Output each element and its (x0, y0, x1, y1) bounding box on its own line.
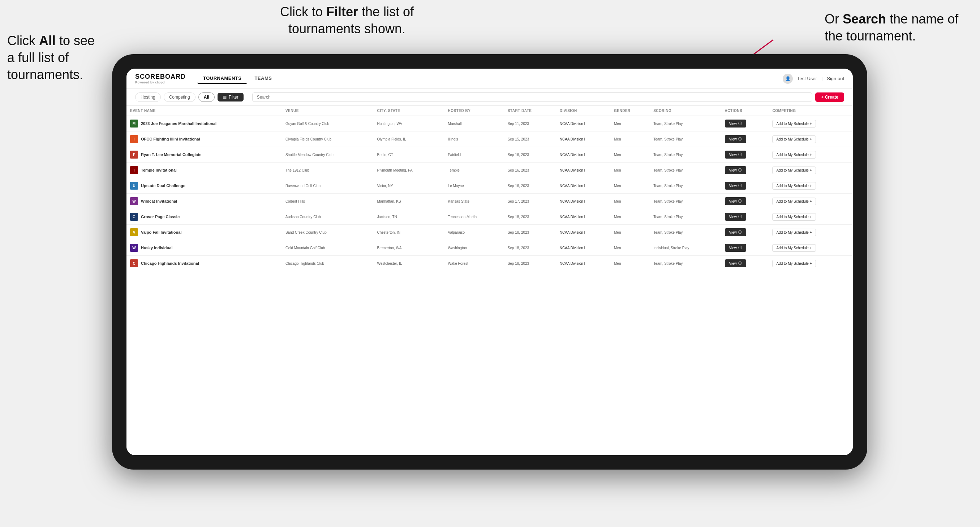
view-button-5[interactable]: View ⓘ (725, 197, 746, 205)
tablet-screen: SCOREBOARD Powered by clippd TOURNAMENTS… (126, 68, 853, 455)
view-button-6[interactable]: View ⓘ (725, 213, 746, 221)
scoring-cell-0: Team, Stroke Play (650, 116, 721, 132)
start-date-cell-8: Sep 18, 2023 (504, 240, 556, 256)
venue-cell-2: Shuttle Meadow Country Club (282, 147, 374, 162)
add-schedule-button-6[interactable]: Add to My Schedule + (772, 213, 816, 221)
hosted-by-cell-2: Fairfield (444, 147, 504, 162)
gender-cell-7: Men (610, 225, 650, 240)
separator: | (821, 76, 822, 81)
competing-cell-7: Add to My Schedule + (768, 225, 853, 240)
view-icon-8: ⓘ (738, 245, 742, 250)
view-icon-4: ⓘ (738, 183, 742, 188)
hosted-by-cell-7: Valparaiso (444, 225, 504, 240)
annotation-right: Or Search the name of the tournament. (825, 11, 969, 45)
view-button-9[interactable]: View ⓘ (725, 259, 746, 267)
view-icon-5: ⓘ (738, 198, 742, 204)
create-button[interactable]: + Create (815, 92, 844, 102)
logo-title: SCOREBOARD (135, 73, 186, 81)
start-date-cell-3: Sep 16, 2023 (504, 162, 556, 178)
table-body: M 2023 Joe Feaganes Marshall Invitationa… (126, 116, 853, 271)
add-schedule-button-7[interactable]: Add to My Schedule + (772, 229, 816, 236)
table-row: I OFCC Fighting Illini Invitational Olym… (126, 132, 853, 147)
view-button-4[interactable]: View ⓘ (725, 182, 746, 190)
start-date-cell-9: Sep 18, 2023 (504, 256, 556, 271)
table-row: M 2023 Joe Feaganes Marshall Invitationa… (126, 116, 853, 132)
event-name-text-7: Valpo Fall Invitational (141, 230, 181, 235)
add-schedule-button-8[interactable]: Add to My Schedule + (772, 244, 816, 252)
view-button-8[interactable]: View ⓘ (725, 244, 746, 252)
competing-cell-8: Add to My Schedule + (768, 240, 853, 256)
scoring-cell-2: Team, Stroke Play (650, 147, 721, 162)
team-logo-9: C (130, 259, 138, 267)
event-name-cell-7: V Valpo Fall Invitational (126, 225, 282, 240)
hosted-by-cell-6: Tennessee-Martin (444, 209, 504, 225)
gender-cell-3: Men (610, 162, 650, 178)
venue-cell-4: Ravenwood Golf Club (282, 178, 374, 194)
venue-cell-1: Olympia Fields Country Club (282, 132, 374, 147)
add-schedule-button-3[interactable]: Add to My Schedule + (772, 167, 816, 174)
view-button-0[interactable]: View ⓘ (725, 119, 746, 127)
event-name-text-1: OFCC Fighting Illini Invitational (141, 137, 200, 141)
start-date-cell-5: Sep 17, 2023 (504, 194, 556, 209)
team-logo-2: F (130, 151, 138, 159)
scoring-cell-4: Team, Stroke Play (650, 178, 721, 194)
table-row: V Valpo Fall Invitational Sand Creek Cou… (126, 225, 853, 240)
tab-all[interactable]: All (198, 92, 215, 102)
add-schedule-button-9[interactable]: Add to My Schedule + (772, 260, 816, 267)
city-state-cell-5: Manhattan, KS (373, 194, 444, 209)
search-input[interactable] (252, 92, 813, 102)
actions-cell-0: View ⓘ (721, 116, 769, 132)
view-button-2[interactable]: View ⓘ (725, 151, 746, 159)
signout-link[interactable]: Sign out (827, 76, 844, 81)
add-schedule-button-1[interactable]: Add to My Schedule + (772, 135, 816, 143)
tab-competing[interactable]: Competing (164, 92, 196, 102)
add-schedule-button-5[interactable]: Add to My Schedule + (772, 198, 816, 205)
start-date-cell-0: Sep 11, 2023 (504, 116, 556, 132)
start-date-cell-1: Sep 15, 2023 (504, 132, 556, 147)
city-state-cell-7: Chesterton, IN (373, 225, 444, 240)
actions-cell-5: View ⓘ (721, 194, 769, 209)
scoring-cell-8: Individual, Stroke Play (650, 240, 721, 256)
actions-cell-3: View ⓘ (721, 162, 769, 178)
city-state-cell-0: Huntington, WV (373, 116, 444, 132)
nav-teams[interactable]: TEAMS (248, 73, 277, 84)
table-row: T Temple Invitational The 1912 Club Plym… (126, 162, 853, 178)
city-state-cell-4: Victor, NY (373, 178, 444, 194)
tablet-frame: SCOREBOARD Powered by clippd TOURNAMENTS… (112, 54, 867, 470)
col-event-name: EVENT NAME (126, 106, 282, 116)
view-button-7[interactable]: View ⓘ (725, 228, 746, 236)
start-date-cell-7: Sep 18, 2023 (504, 225, 556, 240)
view-icon-3: ⓘ (738, 168, 742, 173)
start-date-cell-6: Sep 18, 2023 (504, 209, 556, 225)
competing-cell-9: Add to My Schedule + (768, 256, 853, 271)
add-schedule-button-0[interactable]: Add to My Schedule + (772, 120, 816, 127)
tournaments-table: EVENT NAME VENUE CITY, STATE HOSTED BY S… (126, 106, 853, 271)
hosted-by-cell-3: Temple (444, 162, 504, 178)
scoring-cell-9: Team, Stroke Play (650, 256, 721, 271)
competing-cell-2: Add to My Schedule + (768, 147, 853, 162)
filter-button[interactable]: ▤ Filter (218, 93, 243, 102)
nav-tournaments[interactable]: TOURNAMENTS (197, 73, 247, 84)
actions-cell-2: View ⓘ (721, 147, 769, 162)
team-logo-7: V (130, 228, 138, 236)
filter-icon: ▤ (223, 95, 227, 100)
venue-cell-3: The 1912 Club (282, 162, 374, 178)
team-logo-0: M (130, 119, 138, 127)
table-header: EVENT NAME VENUE CITY, STATE HOSTED BY S… (126, 106, 853, 116)
tab-hosting[interactable]: Hosting (135, 92, 161, 102)
add-schedule-button-2[interactable]: Add to My Schedule + (772, 151, 816, 159)
view-button-3[interactable]: View ⓘ (725, 166, 746, 174)
event-name-text-9: Chicago Highlands Invitational (141, 261, 199, 265)
gender-cell-8: Men (610, 240, 650, 256)
city-state-cell-3: Plymouth Meeting, PA (373, 162, 444, 178)
view-icon-0: ⓘ (738, 121, 742, 126)
view-icon-2: ⓘ (738, 152, 742, 157)
col-competing: COMPETING (768, 106, 853, 116)
table-row: G Grover Page Classic Jackson Country Cl… (126, 209, 853, 225)
add-schedule-button-4[interactable]: Add to My Schedule + (772, 182, 816, 190)
division-cell-2: NCAA Division I (556, 147, 610, 162)
venue-cell-5: Colbert Hills (282, 194, 374, 209)
tournaments-table-container[interactable]: EVENT NAME VENUE CITY, STATE HOSTED BY S… (126, 106, 853, 455)
team-logo-4: U (130, 182, 138, 190)
view-button-1[interactable]: View ⓘ (725, 135, 746, 143)
